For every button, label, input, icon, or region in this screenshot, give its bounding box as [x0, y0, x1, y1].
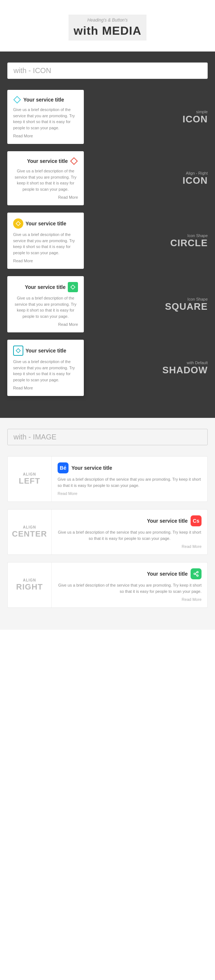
card-label-simple: simple ICON — [84, 110, 208, 124]
img-card-content-left: Bé Your service title Give us a brief de… — [51, 457, 207, 501]
card-row-align-right: Your service title Give us a brief descr… — [7, 151, 208, 205]
card-desc-shadow: Give us a brief description of the servi… — [13, 359, 78, 383]
align-main-center: CENTER — [11, 529, 48, 539]
card-readmore-align-right[interactable]: Read More — [13, 195, 78, 199]
img-card-desc-center: Give us a brief description of the servi… — [58, 529, 202, 541]
svg-marker-4 — [16, 348, 21, 353]
card-simple: Your service title Give us a brief descr… — [7, 90, 84, 144]
label-sub-shadow: with Default — [91, 361, 208, 365]
svg-point-7 — [197, 575, 198, 576]
svg-marker-1 — [71, 158, 77, 164]
align-main-left: LEFT — [11, 476, 48, 486]
diamond-teal-icon — [13, 345, 23, 356]
align-sub-left: ALIGN — [11, 472, 48, 476]
img-card-readmore-center[interactable]: Read More — [58, 544, 202, 549]
svg-line-9 — [195, 573, 197, 573]
card-title-row-shadow: Your service title — [13, 345, 78, 356]
diamond-outline-icon — [13, 96, 21, 104]
label-sub-simple: simple — [91, 110, 208, 114]
svg-marker-2 — [16, 221, 21, 226]
img-card-desc-right: Give us a brief description of the servi… — [58, 582, 202, 594]
header-subtitle: Heading's & Button's — [74, 18, 141, 23]
card-label-align-right: Align - Right ICON — [84, 171, 208, 186]
card-title-simple: Your service title — [23, 97, 64, 103]
card-readmore-simple[interactable]: Read More — [13, 134, 78, 138]
label-main-simple: ICON — [91, 114, 208, 124]
card-readmore-square[interactable]: Read More — [13, 322, 78, 326]
card-row-shadow: Your service title Give us a brief descr… — [7, 340, 208, 396]
card-title-row-simple: Your service title — [13, 96, 78, 104]
image-section-label: with - IMAGE — [13, 433, 57, 441]
img-card-title-right: Your service title — [147, 571, 188, 577]
img-card-content-center: Your service title Cs Give us a brief de… — [51, 509, 207, 554]
card-label-shadow: with Default SHADOW — [84, 361, 208, 375]
align-sub-right: ALIGN — [11, 578, 48, 582]
card-readmore-circle[interactable]: Read More — [13, 259, 78, 263]
svg-point-5 — [197, 571, 198, 573]
icon-section-label-box: with - ICON — [7, 62, 208, 79]
image-section-label-box: with - IMAGE — [7, 429, 208, 445]
img-align-label-center: ALIGN CENTER — [8, 518, 51, 546]
label-main-shadow: SHADOW — [91, 365, 208, 375]
cs-icon: Cs — [191, 515, 202, 527]
svg-marker-3 — [71, 285, 75, 289]
behance-icon: Bé — [58, 463, 68, 473]
label-main-circle: CIRCLE — [91, 238, 208, 248]
card-title-row-circle: Your service title — [13, 218, 78, 229]
card-desc-circle: Give us a brief description of the servi… — [13, 232, 78, 256]
card-desc-align-right: Give us a brief description of the servi… — [13, 168, 78, 192]
card-title-align-right: Your service title — [27, 158, 68, 164]
square-green-icon — [68, 282, 78, 292]
label-sub-circle: Icon Shape — [91, 234, 208, 238]
label-main-square: SQUARE — [91, 301, 208, 312]
card-desc-simple: Give us a brief description of the servi… — [13, 107, 78, 131]
label-sub-square: Icon Shape — [91, 297, 208, 301]
card-title-circle: Your service title — [25, 221, 66, 226]
card-label-circle: Icon Shape CIRCLE — [84, 234, 208, 248]
card-readmore-shadow[interactable]: Read More — [13, 386, 78, 390]
img-align-label-left: ALIGN LEFT — [8, 465, 51, 493]
image-section: with - IMAGE ALIGN LEFT Bé Your service … — [0, 418, 215, 630]
card-square: Your service title Give us a brief descr… — [7, 276, 84, 332]
img-card-readmore-right[interactable]: Read More — [58, 597, 202, 601]
img-card-title-row-right: Your service title — [58, 568, 202, 579]
svg-marker-0 — [14, 96, 21, 103]
img-card-readmore-left[interactable]: Read More — [58, 491, 202, 496]
img-card-title-center: Your service title — [147, 518, 188, 524]
img-card-content-right: Your service title Give us a brief descr… — [51, 563, 207, 608]
card-circle: Your service title Give us a brief descr… — [7, 213, 84, 269]
card-row-simple: Your service title Give us a brief descr… — [7, 90, 208, 144]
card-align-right: Your service title Give us a brief descr… — [7, 151, 84, 205]
img-card-title-left: Your service title — [71, 465, 112, 471]
card-row-square: Your service title Give us a brief descr… — [7, 276, 208, 332]
label-main-align-right: ICON — [91, 175, 208, 186]
card-row-circle: Your service title Give us a brief descr… — [7, 213, 208, 269]
align-main-right: RIGHT — [11, 582, 48, 592]
img-card-row-right: ALIGN RIGHT Your service title Give us a… — [7, 562, 208, 608]
img-card-row-center: ALIGN CENTER Your service title Cs Give … — [7, 509, 208, 555]
img-card-row-left: ALIGN LEFT Bé Your service title Give us… — [7, 456, 208, 502]
card-desc-square: Give us a brief description of the servi… — [13, 295, 78, 319]
img-card-title-row-center: Your service title Cs — [58, 515, 202, 527]
card-title-square: Your service title — [25, 284, 66, 290]
diamond-red-icon — [70, 157, 78, 165]
img-card-title-row-left: Bé Your service title — [58, 463, 202, 473]
align-sub-center: ALIGN — [11, 525, 48, 529]
card-label-square: Icon Shape SQUARE — [84, 297, 208, 312]
header-title: with MEDIA — [74, 24, 141, 38]
card-shadow: Your service title Give us a brief descr… — [7, 340, 84, 396]
card-title-row-align-right: Your service title — [13, 157, 78, 165]
icon-section: with - ICON Your service title Give us a… — [0, 51, 215, 418]
svg-line-8 — [195, 574, 197, 575]
label-sub-align-right: Align - Right — [91, 171, 208, 175]
circle-yellow-icon — [13, 218, 23, 229]
header-section: Heading's & Button's with MEDIA — [0, 0, 215, 51]
svg-point-6 — [194, 573, 195, 574]
img-card-desc-left: Give us a brief description of the servi… — [58, 476, 202, 488]
share-icon — [191, 568, 202, 579]
card-title-shadow: Your service title — [25, 348, 66, 353]
img-align-label-right: ALIGN RIGHT — [8, 571, 51, 599]
icon-section-label: with - ICON — [13, 67, 51, 75]
card-title-row-square: Your service title — [13, 282, 78, 292]
